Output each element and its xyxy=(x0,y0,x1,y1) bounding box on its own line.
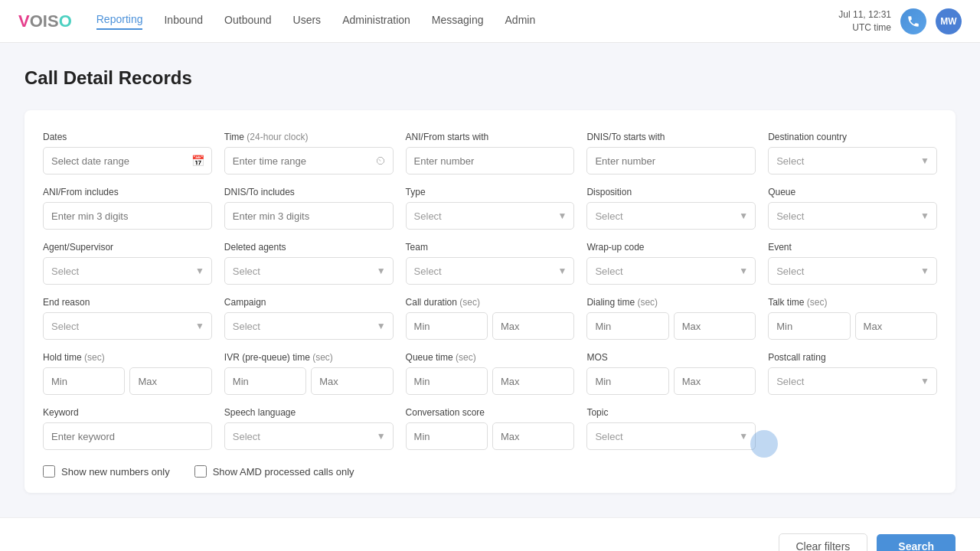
topic-select[interactable]: Select xyxy=(586,422,756,450)
nav-right: Jul 11, 12:31 UTC time MW xyxy=(838,8,962,34)
end-reason-select[interactable]: Select xyxy=(43,312,212,340)
queue-time-max[interactable] xyxy=(492,367,574,395)
field-postcall: Postcall rating Select ▼ xyxy=(768,352,937,395)
field-end-reason: End reason Select ▼ xyxy=(43,297,212,340)
conv-score-max[interactable] xyxy=(492,422,574,450)
hold-time-min[interactable] xyxy=(43,367,125,395)
postcall-select[interactable]: Select xyxy=(768,367,937,395)
logo-s: S xyxy=(47,11,59,31)
mos-minmax xyxy=(586,367,756,395)
ivr-time-max[interactable] xyxy=(311,367,393,395)
mos-max[interactable] xyxy=(674,367,756,395)
event-select[interactable]: Select xyxy=(768,257,937,285)
show-new-numbers-checkbox[interactable] xyxy=(43,465,55,478)
ivr-time-min[interactable] xyxy=(224,367,306,395)
team-label: Team xyxy=(406,242,575,253)
talk-time-min[interactable] xyxy=(768,312,850,340)
mos-label: MOS xyxy=(586,352,756,363)
wrapup-select[interactable]: Select xyxy=(586,257,756,285)
type-select[interactable]: Select xyxy=(406,202,575,230)
dates-input[interactable] xyxy=(43,147,212,174)
field-event: Event Select ▼ xyxy=(768,242,937,285)
field-ivr-time: IVR (pre-queue) time (sec) xyxy=(224,352,394,395)
disposition-select[interactable]: Select xyxy=(586,202,756,230)
nav-administration[interactable]: Administration xyxy=(342,14,410,29)
ivr-time-minmax xyxy=(224,367,394,395)
ani-includes-input[interactable] xyxy=(43,202,212,230)
end-reason-wrapper: Select ▼ xyxy=(43,312,212,340)
agent-supervisor-select[interactable]: Select xyxy=(43,257,212,285)
bottom-bar: Clear filters Search xyxy=(0,517,980,551)
field-dnis-includes: DNIS/To includes xyxy=(224,187,394,230)
end-reason-label: End reason xyxy=(43,297,212,308)
field-team: Team Select ▼ xyxy=(406,242,575,285)
queue-time-label: Queue time (sec) xyxy=(406,352,575,363)
mos-min[interactable] xyxy=(586,367,668,395)
clear-filters-button[interactable]: Clear filters xyxy=(779,533,868,551)
conv-score-min[interactable] xyxy=(406,422,488,450)
nav-messaging[interactable]: Messaging xyxy=(432,14,484,29)
campaign-select[interactable]: Select xyxy=(224,312,394,340)
dest-country-wrapper: Select ▼ xyxy=(768,147,937,174)
agent-supervisor-label: Agent/Supervisor xyxy=(43,242,212,253)
type-label: Type xyxy=(406,187,575,197)
queue-select[interactable]: Select xyxy=(768,202,937,230)
ani-from-label: ANI/From starts with xyxy=(406,132,575,142)
hold-time-max[interactable] xyxy=(129,367,211,395)
field-campaign: Campaign Select ▼ xyxy=(224,297,394,340)
dnis-includes-input[interactable] xyxy=(224,202,394,230)
datetime: Jul 11, 12:31 UTC time xyxy=(838,8,891,34)
talk-time-max[interactable] xyxy=(855,312,937,340)
field-speech-lang: Speech language Select ▼ xyxy=(224,407,394,450)
field-empty xyxy=(768,407,937,450)
filter-row-1: Dates 📅 Time (24-hour clock) ⏲ ANI/From … xyxy=(43,132,937,174)
deleted-agents-select[interactable]: Select xyxy=(224,257,394,285)
show-amd-checkbox[interactable] xyxy=(194,465,207,478)
checkbox-row: Show new numbers only Show AMD processed… xyxy=(43,462,937,478)
field-talk-time: Talk time (sec) xyxy=(768,297,937,340)
phone-button[interactable] xyxy=(900,8,926,34)
filter-row-6: Keyword Speech language Select ▼ Convers… xyxy=(43,407,937,450)
time-input[interactable] xyxy=(224,147,394,174)
topic-wrapper: Select ▼ xyxy=(586,422,756,450)
filter-row-4: End reason Select ▼ Campaign Select ▼ xyxy=(43,297,937,340)
field-dest-country: Destination country Select ▼ xyxy=(768,132,937,174)
team-select[interactable]: Select xyxy=(406,257,575,285)
keyword-label: Keyword xyxy=(43,407,212,418)
nav-users[interactable]: Users xyxy=(293,14,322,29)
call-duration-min[interactable] xyxy=(406,312,488,340)
call-duration-max[interactable] xyxy=(492,312,574,340)
dnis-to-input[interactable] xyxy=(586,147,756,174)
dest-country-select[interactable]: Select xyxy=(768,147,937,174)
deleted-agents-label: Deleted agents xyxy=(224,242,394,253)
nav-reporting[interactable]: Reporting xyxy=(96,13,143,30)
filter-row-3: Agent/Supervisor Select ▼ Deleted agents… xyxy=(43,242,937,285)
conv-score-label: Conversation score xyxy=(406,407,575,418)
dialing-time-min[interactable] xyxy=(586,312,668,340)
campaign-label: Campaign xyxy=(224,297,394,308)
hold-time-minmax xyxy=(43,367,212,395)
call-duration-minmax xyxy=(406,312,575,340)
queue-time-min[interactable] xyxy=(406,367,488,395)
speech-lang-label: Speech language xyxy=(224,407,394,418)
time-input-wrapper: ⏲ xyxy=(224,147,394,174)
keyword-input[interactable] xyxy=(43,422,212,450)
nav-links: Reporting Inbound Outbound Users Adminis… xyxy=(96,13,839,30)
field-mos: MOS xyxy=(586,352,756,395)
logo[interactable]: V O I S O xyxy=(18,11,72,31)
speech-lang-select[interactable]: Select xyxy=(224,422,394,450)
avatar[interactable]: MW xyxy=(936,8,962,34)
show-new-numbers-item[interactable]: Show new numbers only xyxy=(43,465,170,478)
search-button[interactable]: Search xyxy=(877,534,956,551)
show-amd-item[interactable]: Show AMD processed calls only xyxy=(194,465,354,478)
nav-outbound[interactable]: Outbound xyxy=(224,14,272,29)
show-amd-label: Show AMD processed calls only xyxy=(213,466,354,478)
field-queue-time: Queue time (sec) xyxy=(406,352,575,395)
field-conv-score: Conversation score xyxy=(406,407,575,450)
nav-admin[interactable]: Admin xyxy=(505,14,536,29)
wrapup-label: Wrap-up code xyxy=(586,242,756,253)
dialing-time-max[interactable] xyxy=(674,312,756,340)
nav-inbound[interactable]: Inbound xyxy=(164,14,203,29)
field-dialing-time: Dialing time (sec) xyxy=(586,297,756,340)
ani-from-input[interactable] xyxy=(406,147,575,174)
